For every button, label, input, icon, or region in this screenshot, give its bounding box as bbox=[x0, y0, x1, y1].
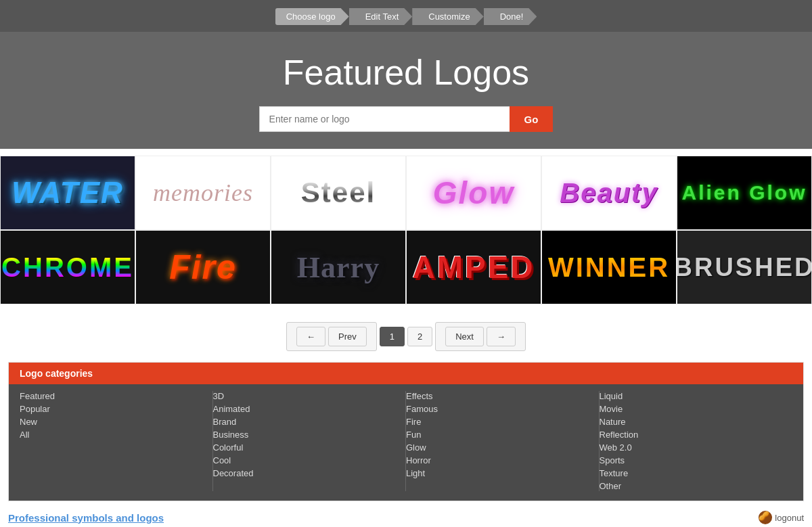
category-animated[interactable]: Animated bbox=[213, 404, 395, 414]
pro-logos-link[interactable]: Professional symbols and logos bbox=[8, 512, 164, 524]
category-featured[interactable]: Featured bbox=[20, 391, 202, 401]
category-horror[interactable]: Horror bbox=[406, 455, 588, 465]
wizard-step-customize-label[interactable]: Customize bbox=[412, 8, 483, 25]
categories-header: Logo categories bbox=[9, 363, 803, 384]
logo-water-text: WATER bbox=[12, 176, 124, 210]
category-popular[interactable]: Popular bbox=[20, 404, 202, 414]
category-fire[interactable]: Fire bbox=[406, 417, 588, 427]
category-other[interactable]: Other bbox=[600, 481, 793, 491]
logo-winner-text: WINNER bbox=[548, 252, 670, 283]
logo-alien-text: Alien Glow bbox=[681, 181, 807, 204]
category-new[interactable]: New bbox=[20, 417, 202, 427]
logonut-text: logonut bbox=[775, 513, 804, 523]
logonut-icon: 🥜 bbox=[759, 511, 772, 524]
wizard-step-edit-label[interactable]: Edit Text bbox=[349, 8, 413, 25]
category-fun[interactable]: Fun bbox=[406, 430, 588, 440]
page-title: Featured Logos bbox=[0, 52, 812, 93]
logo-harry-text: Harry bbox=[297, 250, 380, 285]
pro-logos-header: Professional symbols and logos 🥜 logonut bbox=[8, 511, 804, 524]
logo-cell-glow[interactable]: Glow bbox=[406, 156, 541, 230]
next-button[interactable]: Next → bbox=[435, 322, 526, 351]
wizard-step-done[interactable]: Done! bbox=[484, 8, 537, 25]
category-glow[interactable]: Glow bbox=[406, 442, 588, 453]
page-2[interactable]: 2 bbox=[407, 327, 432, 346]
category-nature[interactable]: Nature bbox=[600, 417, 793, 427]
next-arrow-icon: → bbox=[487, 327, 516, 346]
logo-steel-text: Steel bbox=[301, 177, 376, 209]
prev-button[interactable]: ← Prev bbox=[286, 322, 377, 351]
logo-cell-chrome[interactable]: CHROME bbox=[0, 230, 135, 304]
prev-label: Prev bbox=[328, 327, 367, 346]
category-cool[interactable]: Cool bbox=[213, 455, 395, 465]
logo-cell-fire[interactable]: Fire bbox=[135, 230, 271, 304]
category-movie[interactable]: Movie bbox=[600, 404, 793, 414]
category-col-1: Featured Popular New All bbox=[20, 391, 213, 491]
category-sports[interactable]: Sports bbox=[600, 455, 793, 465]
category-liquid[interactable]: Liquid bbox=[600, 391, 793, 401]
category-reflection[interactable]: Reflection bbox=[600, 430, 793, 440]
next-label: Next bbox=[445, 327, 484, 346]
categories-grid: Featured Popular New All 3D Animated Bra… bbox=[9, 384, 803, 501]
logo-cell-steel[interactable]: Steel bbox=[271, 156, 406, 230]
category-decorated[interactable]: Decorated bbox=[213, 468, 395, 478]
category-texture[interactable]: Texture bbox=[600, 468, 793, 478]
category-brand[interactable]: Brand bbox=[213, 417, 395, 427]
pagination: ← Prev 1 2 Next → bbox=[0, 311, 812, 362]
search-input[interactable] bbox=[259, 106, 510, 132]
logo-cell-memories[interactable]: memories bbox=[135, 156, 271, 230]
logo-glow-text: Glow bbox=[433, 175, 514, 211]
logo-amped-text: AMPED bbox=[412, 249, 535, 285]
category-col-4: Liquid Movie Nature Reflection Web 2.0 S… bbox=[600, 391, 793, 491]
category-web20[interactable]: Web 2.0 bbox=[600, 442, 793, 453]
logo-cell-brushed[interactable]: BRUSHED bbox=[677, 230, 812, 304]
logo-chrome-text: CHROME bbox=[1, 252, 134, 283]
logo-cell-beauty[interactable]: Beauty bbox=[541, 156, 677, 230]
wizard-step-choose-label[interactable]: Choose logo bbox=[275, 8, 349, 25]
logo-grid-section: WATER memories Steel Glow Beauty Alien G… bbox=[0, 149, 812, 311]
page-1[interactable]: 1 bbox=[380, 327, 405, 346]
logo-cell-harry[interactable]: Harry bbox=[271, 230, 406, 304]
category-col-2: 3D Animated Brand Business Colorful Cool… bbox=[213, 391, 407, 491]
category-effects[interactable]: Effects bbox=[406, 391, 588, 401]
logo-cell-amped[interactable]: AMPED bbox=[406, 230, 541, 304]
category-famous[interactable]: Famous bbox=[406, 404, 588, 414]
category-colorful[interactable]: Colorful bbox=[213, 442, 395, 453]
logo-cell-winner[interactable]: WINNER bbox=[541, 230, 677, 304]
prev-arrow-icon: ← bbox=[296, 327, 325, 346]
logo-brushed-text: BRUSHED bbox=[677, 253, 812, 282]
category-light[interactable]: Light bbox=[406, 468, 588, 478]
logonut-badge: 🥜 logonut bbox=[759, 511, 804, 524]
logo-fire-text: Fire bbox=[169, 248, 237, 287]
logo-beauty-text: Beauty bbox=[560, 178, 658, 208]
wizard-step-choose[interactable]: Choose logo bbox=[275, 8, 349, 25]
hero-section: Featured Logos Go bbox=[0, 32, 812, 149]
logo-memories-text: memories bbox=[153, 179, 253, 207]
categories-section: Logo categories Featured Popular New All… bbox=[8, 362, 804, 501]
logo-grid: WATER memories Steel Glow Beauty Alien G… bbox=[0, 156, 812, 304]
category-all[interactable]: All bbox=[20, 430, 202, 440]
logo-cell-water[interactable]: WATER bbox=[0, 156, 135, 230]
wizard-bar: Choose logo Edit Text Customize Done! bbox=[0, 0, 812, 32]
category-3d[interactable]: 3D bbox=[213, 391, 395, 401]
go-button[interactable]: Go bbox=[510, 106, 554, 132]
pro-logos-section: Professional symbols and logos 🥜 logonut… bbox=[0, 501, 812, 527]
category-col-3: Effects Famous Fire Fun Glow Horror Ligh… bbox=[406, 391, 600, 491]
search-bar: Go bbox=[0, 106, 812, 132]
wizard-step-done-label[interactable]: Done! bbox=[484, 8, 537, 25]
logo-cell-alien[interactable]: Alien Glow bbox=[677, 156, 812, 230]
wizard-step-edit[interactable]: Edit Text bbox=[349, 8, 413, 25]
wizard-step-customize[interactable]: Customize bbox=[412, 8, 483, 25]
category-business[interactable]: Business bbox=[213, 430, 395, 440]
